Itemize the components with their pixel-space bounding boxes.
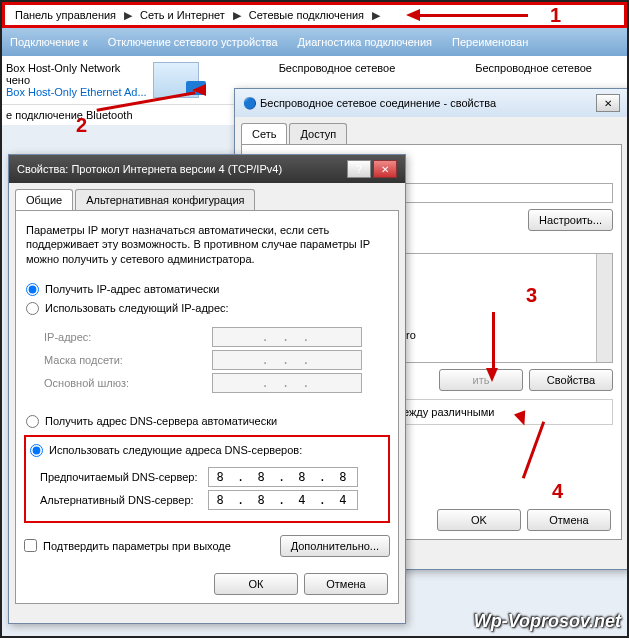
radio-auto-ip[interactable]: Получить IP-адрес автоматически — [26, 280, 390, 299]
scrollbar[interactable] — [596, 254, 612, 362]
radio-input[interactable] — [30, 444, 43, 457]
radio-manual-ip[interactable]: Использовать следующий IP-адрес: — [26, 299, 390, 318]
info-paragraph: Параметры IP могут назначаться автоматич… — [24, 219, 390, 276]
connection-status: чено — [6, 74, 147, 86]
ipv4-properties-dialog: Свойства: Протокол Интернета версии 4 (T… — [8, 154, 406, 624]
configure-button[interactable]: Настроить... — [528, 209, 613, 231]
dns-section-highlight: Использовать следующие адреса DNS-сервер… — [24, 435, 390, 523]
properties-button[interactable]: Свойства — [529, 369, 613, 391]
annotation-number: 3 — [526, 284, 537, 307]
validate-checkbox[interactable] — [24, 539, 37, 552]
arrow-right-icon — [192, 84, 206, 96]
arrow-down-icon — [486, 368, 498, 382]
cancel-button[interactable]: Отмена — [527, 509, 611, 531]
connection-item[interactable]: Box Host-Only Network чено Box Host-Only… — [6, 62, 199, 98]
chevron-right-icon: ▶ — [122, 9, 134, 22]
close-button[interactable]: ✕ — [373, 160, 397, 178]
ip-address-label: IP-адрес: — [44, 331, 204, 343]
radio-auto-dns[interactable]: Получить адрес DNS-сервера автоматически — [26, 412, 390, 431]
tab-general[interactable]: Общие — [15, 189, 73, 210]
validate-label: Подтвердить параметры при выходе — [43, 540, 231, 552]
advanced-button[interactable]: Дополнительно... — [280, 535, 390, 557]
tabs: Общие Альтернативная конфигурация — [9, 183, 405, 210]
subnet-label: Маска подсети: — [44, 354, 204, 366]
toolbar-item[interactable]: Диагностика подключения — [298, 36, 432, 48]
toolbar-item[interactable]: Подключение к — [10, 36, 88, 48]
connection-name: Беспроводное сетевое — [279, 62, 396, 74]
close-button[interactable]: ✕ — [596, 94, 620, 112]
cancel-button[interactable]: Отмена — [304, 573, 388, 595]
gateway-input: . . . — [212, 373, 362, 393]
dialog-title: Беспроводное сетевое соединение - свойст… — [260, 97, 496, 109]
connection-name: Беспроводное сетевое — [475, 62, 592, 74]
connection-name: Box Host-Only Network — [6, 62, 147, 74]
annotation-number: 4 — [552, 480, 563, 503]
chevron-right-icon: ▶ — [370, 9, 382, 22]
annotation-number: 2 — [76, 114, 87, 137]
arrow-left-icon — [406, 9, 420, 21]
connection-adapter: Box Host-Only Ethernet Ad... — [6, 86, 147, 98]
ok-button[interactable]: OK — [437, 509, 521, 531]
tab-alt-config[interactable]: Альтернативная конфигурация — [75, 189, 255, 210]
watermark: Wp-Voprosov.net — [474, 611, 621, 632]
command-bar: Подключение к Отключение сетевого устрой… — [2, 28, 627, 56]
tab-network[interactable]: Сеть — [241, 123, 287, 144]
gateway-label: Основной шлюз: — [44, 377, 204, 389]
breadcrumb-item[interactable]: Сетевые подключения — [243, 9, 370, 21]
alternate-dns-label: Альтернативный DNS-сервер: — [40, 494, 200, 506]
breadcrumb-item[interactable]: Сеть и Интернет — [134, 9, 231, 21]
breadcrumb-bar[interactable]: Панель управления▶ Сеть и Интернет▶ Сете… — [2, 2, 627, 28]
dialog-titlebar[interactable]: Свойства: Протокол Интернета версии 4 (T… — [9, 155, 405, 183]
install-button[interactable]: ить — [439, 369, 523, 391]
tab-access[interactable]: Доступ — [289, 123, 347, 144]
annotation-arrow — [492, 312, 495, 372]
ip-address-input: . . . — [212, 327, 362, 347]
tabs: Сеть Доступ — [235, 117, 628, 144]
preferred-dns-input[interactable]: 8 . 8 . 8 . 8 — [208, 467, 358, 487]
help-button[interactable]: ? — [347, 160, 371, 178]
toolbar-item[interactable]: Переименован — [452, 36, 528, 48]
ok-button[interactable]: ОК — [214, 573, 298, 595]
alternate-dns-input[interactable]: 8 . 8 . 4 . 4 — [208, 490, 358, 510]
chevron-right-icon: ▶ — [231, 9, 243, 22]
toolbar-item[interactable]: Отключение сетевого устройства — [108, 36, 278, 48]
subnet-input: . . . — [212, 350, 362, 370]
radio-input[interactable] — [26, 302, 39, 315]
breadcrumb-item[interactable]: Панель управления — [9, 9, 122, 21]
tab-content: Параметры IP могут назначаться автоматич… — [15, 210, 399, 604]
radio-manual-dns[interactable]: Использовать следующие адреса DNS-сервер… — [30, 441, 384, 460]
annotation-number: 1 — [550, 4, 561, 27]
annotation-arrow — [418, 14, 528, 17]
shield-icon: 🔵 — [243, 97, 257, 110]
preferred-dns-label: Предпочитаемый DNS-сервер: — [40, 471, 200, 483]
dialog-title: Свойства: Протокол Интернета версии 4 (T… — [17, 163, 282, 175]
dialog-titlebar[interactable]: 🔵 Беспроводное сетевое соединение - свой… — [235, 89, 628, 117]
radio-input[interactable] — [26, 283, 39, 296]
radio-input[interactable] — [26, 415, 39, 428]
